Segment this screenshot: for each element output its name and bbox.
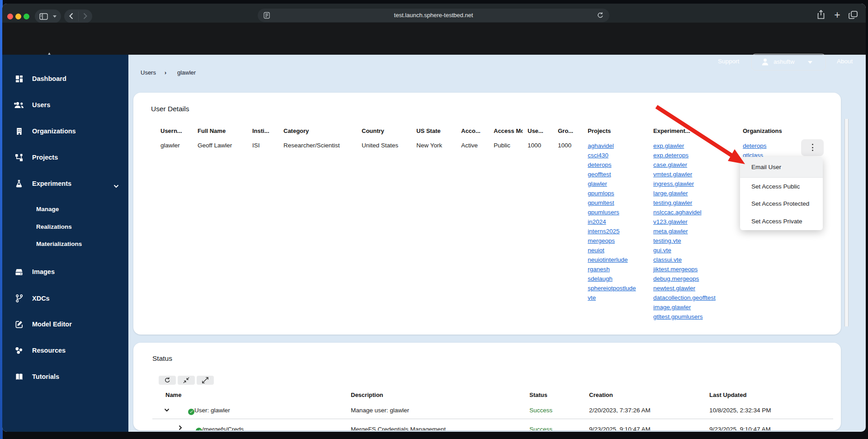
experiment-link[interactable]: v123.glawler [653,217,716,227]
menu-item-set-access-private[interactable]: Set Access Private [740,212,823,230]
sidebar-item-label: Projects [32,151,58,164]
sidebar-item-dashboard[interactable]: Dashboard [2,72,128,85]
scrollbar[interactable] [844,119,849,326]
sidebar-item-organizations[interactable]: Organizations [2,125,128,137]
refresh-button[interactable] [159,376,176,385]
project-link[interactable]: csci430 [588,151,636,160]
status-col-creation: Creation [589,392,613,398]
menu-item-set-access-protected[interactable]: Set Access Protected [740,195,823,212]
experiment-link[interactable]: newtest.glawler [653,283,716,293]
sidebar-item-projects[interactable]: Projects [2,151,128,164]
project-link[interactable]: gpumltest [588,198,636,208]
status-col-status: Status [529,392,547,398]
chevron-right-icon[interactable] [179,425,182,430]
url-text: test.launch.sphere-testbed.net [258,9,609,22]
cell-full-name: Geoff Lawler [198,142,232,149]
project-link[interactable]: gpumlusers [588,208,636,217]
sidebar-item-users[interactable]: Users [2,99,128,111]
experiments-icon [14,179,24,189]
user-menu-button[interactable]: ashuftw [751,54,826,71]
support-link[interactable]: Support [718,45,739,77]
experiment-link[interactable]: datacollection.geofftest [653,293,716,302]
row-divider [152,419,833,419]
close-window-button[interactable] [7,14,13,19]
projects-list: aghavidelcsci430deteropsgeofftestglawler… [588,141,636,302]
address-bar[interactable]: test.launch.sphere-testbed.net [258,9,609,22]
breadcrumb-users[interactable]: Users [141,69,156,76]
chevron-down-icon[interactable] [164,406,170,413]
project-link[interactable]: glawler [588,179,636,189]
success-check-icon: ✓ [188,409,194,415]
sidebar-item-tutorials[interactable]: Tutorials [2,370,128,383]
expand-all-button[interactable] [197,376,214,385]
experiment-link[interactable]: image.glawler [653,302,716,312]
experiment-link[interactable]: vmtest.glawler [653,170,716,179]
experiment-link[interactable]: nslccac.aghavidel [653,208,716,217]
organization-link[interactable]: deterops [743,141,767,151]
project-link[interactable]: neuiot [588,245,636,255]
experiment-link[interactable]: testing.glawler [653,198,716,208]
status-col-description: Description [351,392,383,398]
project-link[interactable]: geofftest [588,170,636,179]
dashboard-icon [14,74,24,84]
project-link[interactable]: deterops [588,160,636,170]
experiment-link[interactable]: jiktest.mergeops [653,264,716,274]
sidebar-toggle-button[interactable] [35,9,61,23]
zoom-window-button[interactable] [24,14,29,19]
experiment-link[interactable]: meta.glawler [653,227,716,236]
reload-icon[interactable] [597,12,604,19]
collapse-all-button[interactable] [178,376,195,385]
project-link[interactable]: mergeops [588,236,636,245]
sidebar-item-materializations[interactable]: Materializations [2,238,128,250]
sidebar-item-label: XDCs [32,292,50,305]
status-last-updated-cell: 10/8/2025, 2:32:34 PM [709,407,771,414]
sidebar-item-model-editor[interactable]: Model Editor [2,318,128,330]
forward-button[interactable] [83,13,87,19]
status-card: Status Name Description [133,343,841,430]
experiment-link[interactable]: gui.vte [653,245,716,255]
back-button[interactable] [69,13,73,19]
experiment-link[interactable]: classui.vte [653,255,716,264]
tab-overview-icon[interactable] [848,10,858,19]
col-username: Usern... [160,127,190,134]
experiment-link[interactable]: debug.mergeops [653,274,716,283]
project-link[interactable]: vte [588,293,636,302]
share-icon[interactable] [816,9,826,20]
model-editor-icon [14,319,24,329]
chevron-down-icon [113,182,119,190]
browser-toolbar: test.launch.sphere-testbed.net + [2,4,866,23]
experiment-link[interactable]: testing.vte [653,236,716,245]
status-description-cell: MergeFS Credentials Management [351,426,446,430]
project-link[interactable]: aghavidel [588,141,636,151]
row-actions-kebab-button[interactable] [801,139,824,156]
menu-item-set-access-public[interactable]: Set Access Public [740,178,823,195]
menu-item-email-user[interactable]: Email User [740,157,823,178]
person-icon [762,58,769,67]
experiment-link[interactable]: ingress.glawler [653,179,716,189]
cell-user-id: 1000 [528,142,541,149]
cell-access-mode: Public [494,142,510,149]
project-link[interactable]: interns2025 [588,227,636,236]
sidebar-item-resources[interactable]: Resources [2,344,128,357]
sidebar-item-realizations[interactable]: Realizations [2,221,128,233]
col-group-id: Gro... [558,127,581,134]
project-link[interactable]: sphereiotpostlude [588,283,636,293]
experiment-link[interactable]: large.glawler [653,189,716,198]
new-tab-button[interactable]: + [832,7,843,23]
sidebar-item-label: Users [32,99,50,111]
project-link[interactable]: in2024 [588,217,636,227]
minimize-window-button[interactable] [15,14,21,19]
project-link[interactable]: gpumlops [588,189,636,198]
experiment-link[interactable]: exp.deterops [653,151,716,160]
sidebar-item-experiments[interactable]: Experiments [2,177,128,190]
experiment-link[interactable]: gtltest.gpumlusers [653,312,716,321]
sidebar-item-images[interactable]: Images [2,265,128,278]
sidebar-item-manage[interactable]: Manage [2,203,128,216]
about-link[interactable]: About [837,45,853,77]
experiment-link[interactable]: exp.glawler [653,141,716,151]
project-link[interactable]: rganesh [588,264,636,274]
sidebar-item-xdcs[interactable]: XDCs [2,292,128,305]
project-link[interactable]: neuiotinterlude [588,255,636,264]
experiment-link[interactable]: case.glawler [653,160,716,170]
project-link[interactable]: sdelaugh [588,274,636,283]
